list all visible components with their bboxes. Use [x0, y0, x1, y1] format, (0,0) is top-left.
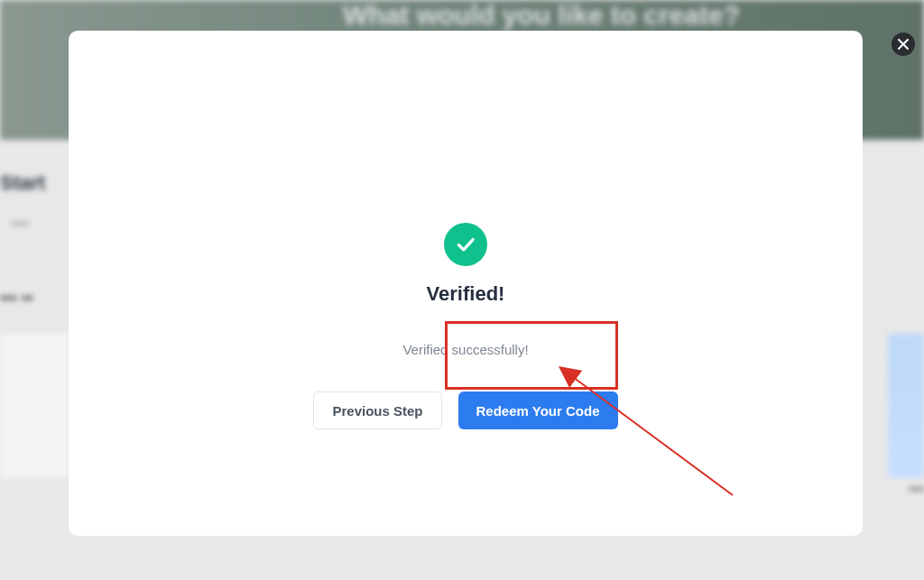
- check-icon: [444, 223, 487, 266]
- modal-actions: Previous Step Redeem Your Code: [313, 391, 617, 429]
- modal-title: Verified!: [427, 282, 505, 306]
- close-icon: [897, 38, 910, 51]
- start-heading: Start: [0, 171, 45, 195]
- section-heading: ••• ••: [0, 289, 33, 308]
- start-subtext: ••••: [11, 216, 29, 231]
- modal-subtitle: Verified successfully!: [402, 342, 528, 357]
- redeem-code-button[interactable]: Redeem Your Code: [458, 391, 618, 429]
- template-card-right: [888, 334, 924, 478]
- hero-heading: What would you like to create?: [343, 0, 740, 31]
- close-button[interactable]: [892, 32, 915, 56]
- previous-step-button[interactable]: Previous Step: [313, 391, 441, 429]
- template-card-right-label: ••••: [909, 483, 924, 495]
- verified-modal: Verified! Verified successfully! Previou…: [69, 31, 863, 536]
- template-card-left: [0, 334, 69, 478]
